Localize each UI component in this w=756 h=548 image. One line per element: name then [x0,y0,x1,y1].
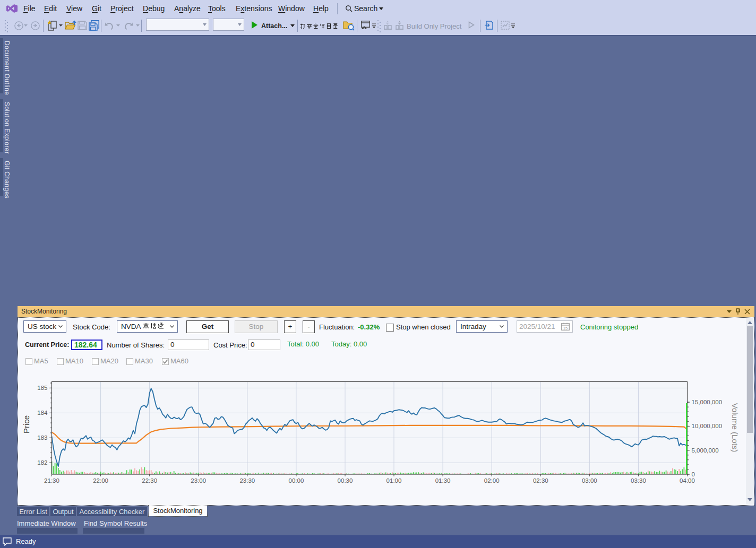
svg-text:Price: Price [22,415,31,433]
svg-text:22:30: 22:30 [142,477,157,484]
svg-text:23:30: 23:30 [239,477,255,484]
svg-text:21:30: 21:30 [44,477,59,484]
svg-text:22:00: 22:00 [93,477,108,484]
svg-text:02:30: 02:30 [533,477,548,484]
svg-text:10,000,000: 10,000,000 [692,423,723,429]
svg-text:183: 183 [37,434,47,441]
svg-text:01:30: 01:30 [435,477,451,484]
svg-text:15,000,000: 15,000,000 [692,399,723,405]
svg-text:15: 15 [563,326,568,330]
svg-text:03:00: 03:00 [582,477,597,484]
svg-text:182: 182 [37,459,47,466]
svg-text:23:00: 23:00 [191,477,206,484]
svg-text:00:30: 00:30 [338,477,353,484]
svg-text:184: 184 [37,410,48,416]
svg-text:02:00: 02:00 [484,477,500,484]
svg-text:03:30: 03:30 [631,477,646,484]
svg-text:0: 0 [692,471,695,477]
svg-text:01:00: 01:00 [386,477,402,484]
svg-text:04:00: 04:00 [680,477,695,484]
svg-text:5,000,000: 5,000,000 [692,447,719,454]
svg-text:185: 185 [37,385,47,391]
svg-text:Volume (Lots): Volume (Lots) [731,403,740,453]
svg-text:00:00: 00:00 [289,477,304,484]
